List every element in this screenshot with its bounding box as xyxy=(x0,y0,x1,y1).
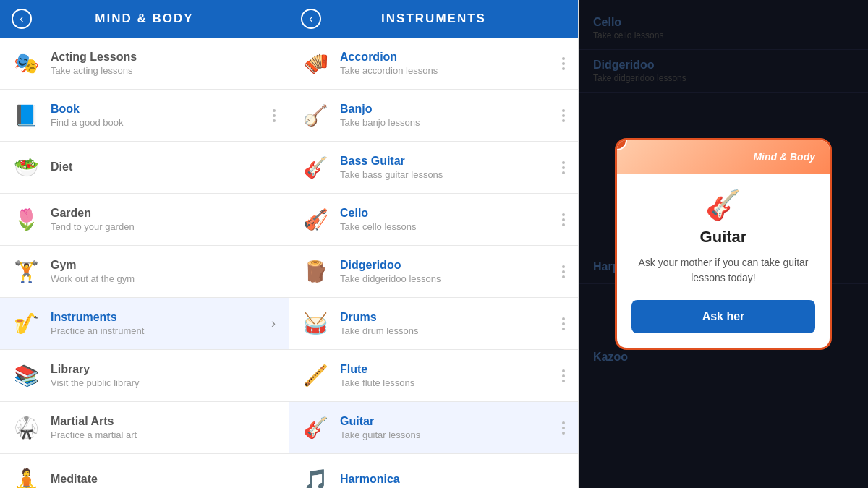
item-subtitle: Take bass guitar lessons xyxy=(340,169,559,180)
list-item[interactable]: 🎻 Cello Take cello lessons xyxy=(289,194,578,246)
item-subtitle: Take accordion lessons xyxy=(340,65,559,76)
item-subtitle: Tend to your garden xyxy=(51,221,278,232)
list-item[interactable]: 🎵 Harmonica xyxy=(289,454,578,488)
didgeridoo-icon: 🪵 xyxy=(299,256,331,288)
more-dots[interactable] xyxy=(559,262,568,281)
item-subtitle: Find a good book xyxy=(51,117,270,128)
item-subtitle: Work out at the gym xyxy=(51,273,278,284)
item-text: Meditate xyxy=(51,473,278,487)
modal-category: Mind & Body xyxy=(753,151,815,163)
item-text: Accordion Take accordion lessons xyxy=(340,51,559,76)
chevron-right-icon: › xyxy=(271,316,278,331)
list-item[interactable]: 🥋 Martial Arts Practice a martial art xyxy=(0,402,289,454)
instruments-icon: 🎷 xyxy=(10,308,42,340)
ask-her-button[interactable]: Ask her xyxy=(631,300,815,333)
more-dots[interactable] xyxy=(559,314,568,333)
item-title: Instruments xyxy=(51,311,271,324)
book-icon: 📘 xyxy=(10,100,42,132)
bass-guitar-item[interactable]: 🎸 Bass Guitar Take bass guitar lessons xyxy=(289,142,578,194)
list-item[interactable]: 🥁 Drums Take drum lessons xyxy=(289,298,578,350)
accordion-icon: 🪗 xyxy=(299,48,331,80)
more-dots[interactable] xyxy=(270,106,278,125)
item-text: Garden Tend to your garden xyxy=(51,207,278,232)
item-text: Cello Take cello lessons xyxy=(340,207,559,232)
gym-icon: 🏋 xyxy=(10,256,42,288)
martial-icon: 🥋 xyxy=(10,412,42,444)
item-title: Harmonica xyxy=(340,473,568,486)
item-text: Bass Guitar Take bass guitar lessons xyxy=(340,155,559,180)
item-subtitle: Take acting lessons xyxy=(51,65,278,76)
item-subtitle: Take guitar lessons xyxy=(340,429,559,440)
item-title: Martial Arts xyxy=(51,415,278,428)
bass-guitar-icon: 🎸 xyxy=(299,152,331,184)
list-item[interactable]: 🏋 Gym Work out at the gym xyxy=(0,246,289,298)
instruments-item[interactable]: 🎷 Instruments Practice an instrument › xyxy=(0,298,289,350)
item-text: Didgeridoo Take didgeridoo lessons xyxy=(340,259,559,284)
list-item[interactable]: 🪵 Didgeridoo Take didgeridoo lessons xyxy=(289,246,578,298)
item-title: Guitar xyxy=(340,415,559,428)
item-title: Drums xyxy=(340,311,559,324)
more-dots[interactable] xyxy=(559,367,568,385)
item-subtitle: Take drum lessons xyxy=(340,325,559,336)
item-text: Guitar Take guitar lessons xyxy=(340,415,559,440)
item-title: Cello xyxy=(340,207,559,220)
item-subtitle: Take cello lessons xyxy=(340,221,559,232)
modal-description: Ask your mother if you can take guitar l… xyxy=(631,255,815,286)
flute-icon: 🪈 xyxy=(299,360,331,392)
item-text: Banjo Take banjo lessons xyxy=(340,103,559,128)
item-text: Flute Take flute lessons xyxy=(340,363,559,388)
left-panel: ‹ MIND & BODY 🎭 Acting Lessons Take acti… xyxy=(0,0,289,488)
garden-icon: 🌷 xyxy=(10,204,42,236)
left-list: 🎭 Acting Lessons Take acting lessons 📘 B… xyxy=(0,38,289,488)
diet-icon: 🥗 xyxy=(10,152,42,184)
right-panel: Cello Take cello lessons Didgeridoo Take… xyxy=(579,0,868,488)
item-subtitle: Take flute lessons xyxy=(340,377,559,388)
list-item[interactable]: 📘 Book Find a good book xyxy=(0,90,289,142)
guitar-item[interactable]: 🎸 Guitar Take guitar lessons xyxy=(289,402,578,454)
item-text: Library Visit the public library xyxy=(51,363,278,388)
middle-list: 🪗 Accordion Take accordion lessons 🪕 Ban… xyxy=(289,38,578,488)
list-item[interactable]: 🪗 Accordion Take accordion lessons xyxy=(289,38,578,90)
item-title: Book xyxy=(51,103,270,116)
list-item[interactable]: 🌷 Garden Tend to your garden xyxy=(0,194,289,246)
list-item[interactable]: 🪕 Banjo Take banjo lessons xyxy=(289,90,578,142)
item-text: Book Find a good book xyxy=(51,103,270,128)
item-text: Diet xyxy=(51,160,278,175)
item-text: Instruments Practice an instrument xyxy=(51,311,271,336)
item-title: Flute xyxy=(340,363,559,376)
modal-guitar-icon: 🎸 xyxy=(631,188,815,222)
item-text: Acting Lessons Take acting lessons xyxy=(51,51,278,76)
item-subtitle: Practice an instrument xyxy=(51,325,271,336)
list-item[interactable]: 🥗 Diet xyxy=(0,142,289,194)
more-dots[interactable] xyxy=(559,419,568,437)
list-item[interactable]: 🪈 Flute Take flute lessons xyxy=(289,350,578,402)
item-text: Drums Take drum lessons xyxy=(340,311,559,336)
item-title: Acting Lessons xyxy=(51,51,278,64)
more-dots[interactable] xyxy=(559,106,568,125)
middle-back-button[interactable]: ‹ xyxy=(301,9,321,29)
cello-icon: 🎻 xyxy=(299,204,331,236)
modal-overlay: ✕ Mind & Body 🎸 Guitar Ask your mother i… xyxy=(579,0,868,488)
item-title: Didgeridoo xyxy=(340,259,559,272)
list-item[interactable]: 🧘 Meditate xyxy=(0,454,289,488)
library-icon: 📚 xyxy=(10,360,42,392)
meditate-icon: 🧘 xyxy=(10,464,42,489)
more-dots[interactable] xyxy=(559,158,568,177)
item-title: Library xyxy=(51,363,278,376)
item-title: Diet xyxy=(51,160,278,174)
modal-body: 🎸 Guitar Ask your mother if you can take… xyxy=(617,174,830,348)
list-item[interactable]: 🎭 Acting Lessons Take acting lessons xyxy=(0,38,289,90)
more-dots[interactable] xyxy=(559,210,568,229)
guitar-icon: 🎸 xyxy=(299,412,331,444)
modal-header: Mind & Body xyxy=(617,140,830,174)
item-title: Garden xyxy=(51,207,278,220)
list-item[interactable]: 📚 Library Visit the public library xyxy=(0,350,289,402)
middle-panel-header: ‹ INSTRUMENTS xyxy=(289,0,578,38)
more-dots[interactable] xyxy=(559,54,568,73)
item-subtitle: Practice a martial art xyxy=(51,429,278,440)
left-back-button[interactable]: ‹ xyxy=(12,9,32,29)
item-title: Gym xyxy=(51,259,278,272)
item-title: Meditate xyxy=(51,473,278,486)
middle-panel-title: INSTRUMENTS xyxy=(321,12,546,26)
modal-title: Guitar xyxy=(631,228,815,247)
